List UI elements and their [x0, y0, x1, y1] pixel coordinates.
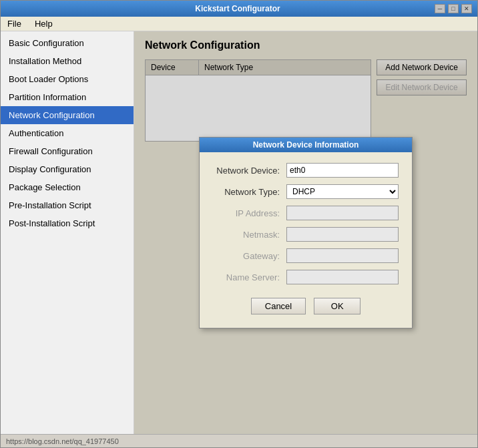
sidebar-item-pre-installation-script[interactable]: Pre-Installation Script — [1, 196, 134, 214]
netmask-row: Netmask: — [213, 227, 399, 242]
network-device-row: Network Device: — [213, 163, 399, 178]
netmask-label: Netmask: — [213, 230, 286, 240]
status-bar: https://blog.csdn.net/qq_41977450 — [1, 434, 477, 447]
gateway-input[interactable] — [286, 248, 399, 263]
sidebar-item-firewall-configuration[interactable]: Firewall Configuration — [1, 142, 134, 160]
main-content: Basic Configuration Installation Method … — [1, 31, 477, 434]
modal-title: Network Device Information — [200, 138, 412, 152]
ip-address-input[interactable] — [286, 206, 399, 220]
content-area: Network Configuration Device Network Typ… — [134, 31, 477, 434]
modal-buttons: Cancel OK — [213, 291, 399, 317]
network-type-row: Network Type: DHCP Static IP BOOTP — [213, 184, 399, 199]
menu-help[interactable]: Help — [31, 17, 57, 30]
sidebar-item-display-configuration[interactable]: Display Configuration — [1, 160, 134, 178]
ip-address-row: IP Address: — [213, 206, 399, 220]
ip-address-label: IP Address: — [213, 208, 286, 218]
name-server-row: Name Server: — [213, 270, 399, 284]
sidebar-item-network-configuration[interactable]: Network Configuration — [1, 106, 134, 124]
name-server-input[interactable] — [286, 270, 399, 284]
sidebar-item-authentication[interactable]: Authentication — [1, 124, 134, 142]
modal-body: Network Device: Network Type: DHCP Stati… — [200, 152, 412, 328]
status-url: https://blog.csdn.net/qq_41977450 — [6, 437, 119, 445]
sidebar-item-package-selection[interactable]: Package Selection — [1, 178, 134, 196]
network-type-label: Network Type: — [213, 187, 286, 197]
network-type-select[interactable]: DHCP Static IP BOOTP — [286, 184, 399, 199]
menu-file[interactable]: File — [3, 17, 25, 30]
window-controls: ─ □ ✕ — [435, 4, 472, 13]
main-window: Kickstart Configurator ─ □ ✕ File Help B… — [0, 0, 478, 448]
modal-overlay: Network Device Information Network Devic… — [134, 31, 477, 434]
window-title: Kickstart Configurator — [41, 4, 435, 13]
cancel-button[interactable]: Cancel — [251, 298, 306, 314]
minimize-button[interactable]: ─ — [435, 4, 445, 13]
sidebar: Basic Configuration Installation Method … — [1, 31, 134, 434]
sidebar-item-boot-loader-options[interactable]: Boot Loader Options — [1, 70, 134, 88]
network-device-input[interactable] — [286, 163, 399, 178]
menu-bar: File Help — [1, 17, 477, 31]
sidebar-item-post-installation-script[interactable]: Post-Installation Script — [1, 214, 134, 232]
title-bar: Kickstart Configurator ─ □ ✕ — [1, 1, 477, 17]
maximize-button[interactable]: □ — [448, 4, 459, 13]
modal-dialog: Network Device Information Network Devic… — [199, 137, 413, 328]
ok-button[interactable]: OK — [314, 298, 361, 314]
sidebar-item-installation-method[interactable]: Installation Method — [1, 52, 134, 70]
name-server-label: Name Server: — [213, 272, 286, 282]
network-device-label: Network Device: — [213, 166, 286, 176]
sidebar-item-partition-information[interactable]: Partition Information — [1, 88, 134, 106]
close-button[interactable]: ✕ — [461, 4, 472, 13]
gateway-label: Gateway: — [213, 251, 286, 261]
gateway-row: Gateway: — [213, 248, 399, 263]
netmask-input[interactable] — [286, 227, 399, 242]
sidebar-item-basic-configuration[interactable]: Basic Configuration — [1, 34, 134, 52]
